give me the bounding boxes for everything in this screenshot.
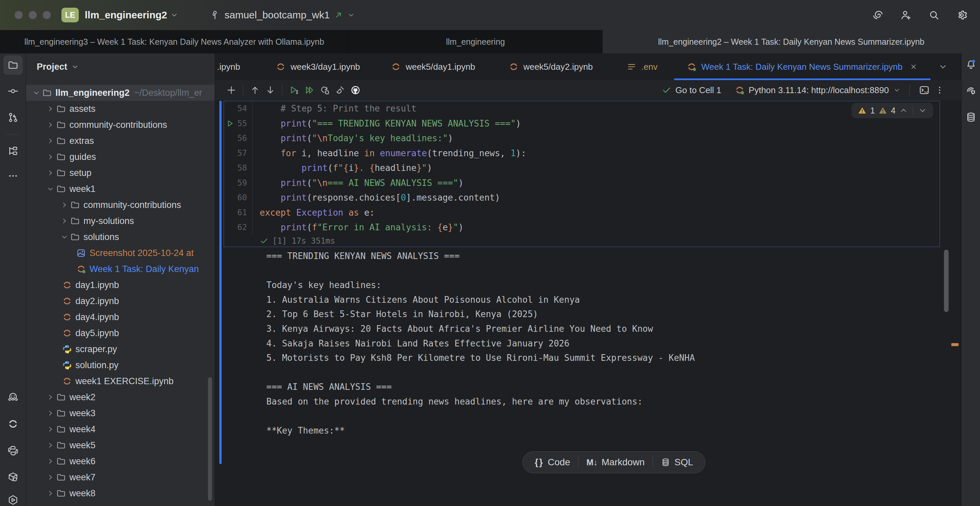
tree-item-week6[interactable]: week6 xyxy=(26,453,215,469)
tree-item-week3[interactable]: week3 xyxy=(26,405,215,421)
jupyter-console-icon[interactable] xyxy=(919,84,930,96)
tool-strip-commit[interactable] xyxy=(3,81,23,101)
output-scrollbar[interactable] xyxy=(944,250,949,312)
tool-strip-pull-requests[interactable] xyxy=(3,108,23,127)
tree-item-week2[interactable]: week2 xyxy=(26,389,215,405)
tool-strip-hugging-face[interactable] xyxy=(3,388,23,407)
chevron-right-icon[interactable] xyxy=(45,137,56,145)
editor-tab[interactable]: .env xyxy=(611,53,673,80)
tree-item-week5[interactable]: week5 xyxy=(26,437,215,453)
kernel-selector[interactable]: Python 3.11.14: http://localhost:8890 xyxy=(735,85,901,95)
tree-item-day1-ipynb[interactable]: day1.ipynb xyxy=(26,277,215,293)
tree-item-solution-py[interactable]: solution.py xyxy=(26,357,215,373)
add-code-cell-button[interactable]: {} Code xyxy=(533,457,572,468)
tool-strip-structure[interactable] xyxy=(3,141,23,161)
tree-item-llm-engineering2[interactable]: llm_engineering2~/Desktop/llm_er xyxy=(26,85,215,101)
chevron-right-icon[interactable] xyxy=(45,105,56,113)
code-cell[interactable]: 54 # Step 5: Print the result55 print("=… xyxy=(224,101,940,247)
tree-item-week7[interactable]: week7 xyxy=(26,469,215,485)
clear-outputs-button[interactable] xyxy=(332,83,348,98)
tree-item-env[interactable]: .env xyxy=(26,501,215,506)
tree-item-scraper-py[interactable]: scraper.py xyxy=(26,341,215,357)
tree-item-screenshot-2025-10-24-at[interactable]: Screenshot 2025-10-24 at xyxy=(26,245,215,261)
tree-item-week8[interactable]: week8 xyxy=(26,485,215,501)
hidden-tabs-chevron-icon[interactable] xyxy=(938,62,948,72)
run-all-cells-button[interactable] xyxy=(302,83,317,98)
chevron-right-icon[interactable] xyxy=(59,200,70,209)
chevron-down-icon[interactable] xyxy=(45,185,56,193)
tool-strip-project[interactable] xyxy=(3,56,23,75)
tree-item-week4[interactable]: week4 xyxy=(26,421,215,437)
chevron-right-icon[interactable] xyxy=(59,216,70,225)
tree-item-extras[interactable]: extras xyxy=(26,133,215,149)
chevron-down-icon[interactable] xyxy=(59,232,70,241)
tree-item-setup[interactable]: setup xyxy=(26,165,215,181)
tree-item-day4-ipynb[interactable]: day4.ipynb xyxy=(26,309,215,325)
restart-kernel-button[interactable] xyxy=(317,83,332,98)
tool-strip-services[interactable] xyxy=(3,490,23,506)
tree-item-my-solutions[interactable]: my-solutions xyxy=(26,213,215,229)
tree-item-day5-ipynb[interactable]: day5.ipynb xyxy=(26,325,215,341)
chevron-right-icon[interactable] xyxy=(45,489,56,498)
tree-item-community-contributions[interactable]: community-contributions xyxy=(26,117,215,133)
run-line-icon[interactable] xyxy=(226,119,235,128)
tool-strip-more-tool-windows[interactable] xyxy=(3,166,23,186)
window-zoom-button[interactable] xyxy=(43,11,51,19)
project-panel-header[interactable]: Project xyxy=(26,53,215,80)
chevron-right-icon[interactable] xyxy=(45,473,56,482)
editor-tab[interactable]: week5/day2.ipynb xyxy=(491,53,611,80)
chevron-down-icon[interactable] xyxy=(31,88,42,97)
tool-strip-ai-assistant[interactable] xyxy=(961,81,980,101)
chevron-right-icon[interactable] xyxy=(45,409,56,418)
run-cell-button[interactable] xyxy=(286,83,302,98)
chevron-right-icon[interactable] xyxy=(45,153,56,161)
window-close-button[interactable] xyxy=(15,11,23,19)
goto-cell-button[interactable]: Go to Cell 1 xyxy=(662,85,721,95)
move-cell-down-button[interactable] xyxy=(263,83,278,98)
tool-strip-python-console[interactable] xyxy=(3,441,23,460)
tree-item-week1-exercise-ipynb[interactable]: week1 EXERCISE.ipynb xyxy=(26,373,215,389)
previous-problem-icon[interactable] xyxy=(899,106,908,115)
next-problem-icon[interactable] xyxy=(918,106,927,115)
tree-item-week-1-task-daily-kenyan[interactable]: Week 1 Task: Daily Kenyan xyxy=(26,261,215,277)
editor-tab[interactable]: week5/day1.ipynb xyxy=(375,53,491,80)
chevron-right-icon[interactable] xyxy=(45,457,56,466)
project-switcher-label[interactable]: llm_engineering2 xyxy=(85,10,167,21)
chevron-right-icon[interactable] xyxy=(45,441,56,450)
tree-item-week1[interactable]: week1 xyxy=(26,181,215,197)
tree-item-community-contributions[interactable]: community-contributions xyxy=(26,197,215,213)
project-badge[interactable]: LE xyxy=(61,8,79,22)
add-markdown-cell-button[interactable]: M↓ Markdown xyxy=(584,457,647,468)
chevron-right-icon[interactable] xyxy=(45,169,56,177)
editor-tab[interactable]: Week 1 Task: Daily Kenyan News Summarize… xyxy=(673,53,931,80)
add-cell-button[interactable] xyxy=(224,83,239,98)
tree-item-solutions[interactable]: solutions xyxy=(26,229,215,245)
window-minimize-button[interactable] xyxy=(29,11,37,19)
add-sql-cell-button[interactable]: SQL xyxy=(659,457,695,468)
search-icon[interactable] xyxy=(928,9,940,21)
chevron-right-icon[interactable] xyxy=(45,121,56,129)
tool-strip-jupyter[interactable] xyxy=(3,414,23,434)
window-tab[interactable]: llm_engineering xyxy=(349,30,603,53)
settings-icon[interactable] xyxy=(956,9,968,21)
tool-strip-python-packages[interactable] xyxy=(3,468,23,487)
vcs-branch-widget[interactable]: samuel_bootcamp_wk1 xyxy=(209,10,355,21)
chevron-right-icon[interactable] xyxy=(45,425,56,434)
close-icon[interactable] xyxy=(909,62,918,71)
window-tab[interactable]: llm_engineering3 – Week 1 Task: Kenyan D… xyxy=(0,30,349,53)
tree-item-day2-ipynb[interactable]: day2.ipynb xyxy=(26,293,215,309)
editor-tab[interactable]: .ipynb xyxy=(215,53,260,80)
more-options-icon[interactable] xyxy=(935,85,945,95)
add-user-icon[interactable] xyxy=(900,9,912,21)
chevron-right-icon[interactable] xyxy=(45,393,56,401)
tool-strip-notifications[interactable] xyxy=(961,55,980,74)
tree-item-guides[interactable]: guides xyxy=(26,149,215,165)
github-button[interactable] xyxy=(348,83,363,98)
window-tab[interactable]: llm_engineering2 – Week 1 Task: Daily Ke… xyxy=(603,30,980,53)
tool-strip-database[interactable] xyxy=(961,107,980,127)
inspections-widget[interactable]: 1 4 xyxy=(851,103,933,118)
project-tree-scrollbar[interactable] xyxy=(208,377,212,501)
ai-swirl-icon[interactable] xyxy=(872,9,884,21)
editor-tab[interactable]: week3/day1.ipynb xyxy=(260,53,375,80)
move-cell-up-button[interactable] xyxy=(247,83,263,98)
